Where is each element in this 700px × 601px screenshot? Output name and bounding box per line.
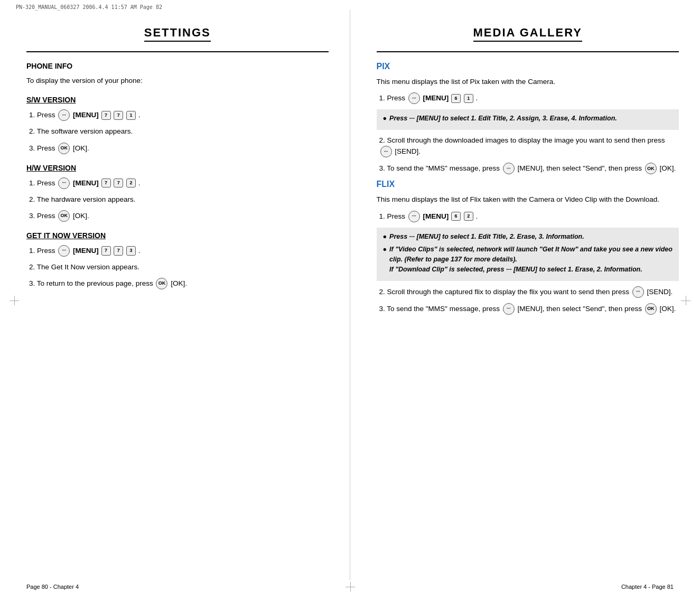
flix-note-box: ● Press ··· [MENU] to select 1. Edit Tit…	[377, 228, 679, 281]
flix-menu2-btn: ···	[503, 303, 515, 315]
pix-step1: 1. Press ··· [MENU] 6 1 .	[377, 92, 679, 104]
media-gallery-title-bar: MEDIA GALLERY	[377, 26, 679, 42]
sw-menu-btn: ···	[58, 109, 70, 121]
page-header: PN-320_MANUAL_060327 2006.4.4 11:57 AM P…	[0, 0, 700, 10]
sw-step3: 3. Press OK [OK].	[26, 143, 329, 154]
hw-key7a: 7	[101, 179, 111, 188]
get-it-now-label: GET IT NOW VERSION	[26, 231, 329, 240]
pix-step3: 3. To send the "MMS" message, press ··· …	[377, 163, 679, 174]
sw-key7a: 7	[101, 111, 111, 120]
flix-step2: 2. Scroll through the captured flix to d…	[377, 286, 679, 298]
pix-key1: 1	[464, 94, 473, 104]
flix-note-item2: ● If "Video Clips" is selected, network …	[383, 245, 673, 274]
gin-step2: 2. The Get It Now version appears.	[26, 262, 329, 273]
pix-heading: PIX	[377, 62, 679, 71]
sw-step1: 1. Press ··· [MENU] 7 7 1 .	[26, 109, 329, 121]
gin-step3: 3. To return to the previous page, press…	[26, 278, 329, 289]
hw-step3: 3. Press OK [OK].	[26, 210, 329, 222]
sw-ok-btn: OK	[58, 143, 70, 154]
flix-step3: 3. To send the "MMS" message, press ··· …	[377, 303, 679, 315]
hw-menu-btn: ···	[58, 177, 70, 189]
hw-ok-btn: OK	[58, 210, 70, 222]
media-gallery-panel: MEDIA GALLERY PIX This menu displays the…	[350, 10, 701, 580]
hw-step1: 1. Press ··· [MENU] 7 7 2 .	[26, 177, 329, 189]
flix-key2: 2	[464, 212, 473, 221]
hw-version-label: H/W VERSION	[26, 164, 329, 172]
sw-key7b: 7	[114, 111, 123, 120]
footer-right: Chapter 4 - Page 81	[621, 584, 674, 590]
flix-intro: This menu displays the list of Flix take…	[377, 194, 679, 205]
pix-note-item: ● Press ··· [MENU] to select 1. Edit Tit…	[383, 114, 673, 124]
hw-key2: 2	[126, 179, 136, 188]
sw-key1: 1	[126, 111, 136, 120]
pix-note-box: ● Press ··· [MENU] to select 1. Edit Tit…	[377, 109, 679, 130]
flix-heading: FLIX	[377, 180, 679, 189]
page-footer: Page 80 - Chapter 4 Chapter 4 - Page 81	[0, 580, 700, 593]
gin-menu-btn: ···	[58, 245, 70, 257]
sw-version-label: S/W VERSION	[26, 96, 329, 104]
gin-key7a: 7	[101, 246, 111, 256]
pix-ok-btn: OK	[645, 163, 657, 174]
gin-key3: 3	[126, 246, 136, 256]
pix-menu2-btn: ···	[503, 163, 515, 174]
flix-step1: 1. Press ··· [MENU] 6 2 .	[377, 211, 679, 222]
footer-left: Page 80 - Chapter 4	[26, 584, 79, 590]
settings-title: SETTINGS	[144, 26, 211, 42]
pix-step2: 2. Scroll through the downloaded images …	[377, 135, 679, 157]
gin-ok-btn: OK	[156, 278, 167, 289]
flix-menu-btn: ···	[408, 211, 420, 222]
phone-info-intro: To display the version of your phone:	[26, 76, 329, 86]
hw-step2: 2. The hardware version appears.	[26, 194, 329, 205]
settings-panel: SETTINGS PHONE INFO To display the versi…	[0, 10, 350, 580]
pix-send-btn: ···	[380, 146, 392, 157]
media-gallery-title: MEDIA GALLERY	[473, 26, 582, 42]
sw-step2: 2. The software version appears.	[26, 126, 329, 137]
flix-note-item1: ● Press ··· [MENU] to select 1. Edit Tit…	[383, 232, 673, 242]
flix-send-btn: ···	[632, 286, 644, 298]
phone-info-heading: PHONE INFO	[26, 62, 329, 70]
flix-ok-btn: OK	[645, 303, 657, 315]
pix-intro: This menu displays the list of Pix taken…	[377, 77, 679, 87]
pix-menu-btn: ···	[408, 92, 420, 104]
hw-key7b: 7	[114, 179, 123, 188]
settings-title-bar: SETTINGS	[26, 26, 329, 42]
gin-step1: 1. Press ··· [MENU] 7 7 3 .	[26, 245, 329, 257]
pix-key6: 6	[451, 94, 461, 104]
gin-key7b: 7	[114, 246, 123, 256]
flix-key6: 6	[451, 212, 461, 221]
